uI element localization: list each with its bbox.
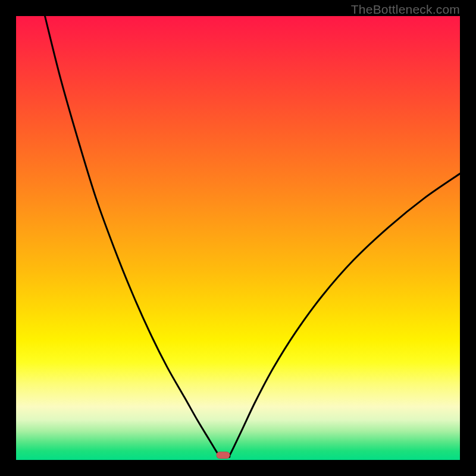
chart-frame: TheBottleneck.com bbox=[0, 0, 476, 476]
optimal-point-marker bbox=[217, 452, 230, 459]
bottleneck-curve bbox=[16, 16, 460, 460]
plot-area bbox=[16, 16, 460, 460]
watermark-text: TheBottleneck.com bbox=[351, 2, 460, 17]
